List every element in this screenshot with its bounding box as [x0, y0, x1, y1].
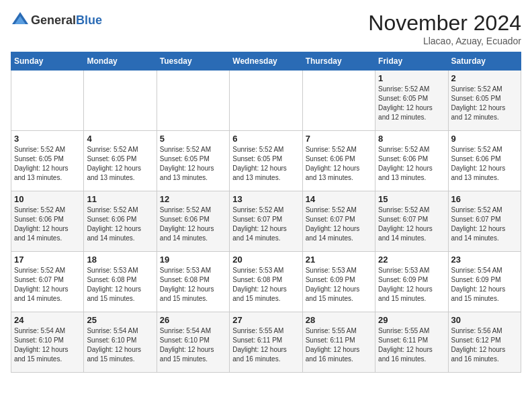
- day-number: 2: [451, 73, 518, 83]
- day-info: Sunrise: 5:52 AM Sunset: 6:06 PM Dayligh…: [306, 145, 372, 183]
- calendar-cell: 13Sunrise: 5:52 AM Sunset: 6:07 PM Dayli…: [230, 191, 302, 252]
- calendar-cell: 11Sunrise: 5:52 AM Sunset: 6:06 PM Dayli…: [84, 191, 157, 252]
- day-info: Sunrise: 5:52 AM Sunset: 6:05 PM Dayligh…: [87, 145, 153, 183]
- logo-blue: Blue: [76, 13, 102, 27]
- calendar-cell: 17Sunrise: 5:52 AM Sunset: 6:07 PM Dayli…: [11, 252, 84, 312]
- day-info: Sunrise: 5:52 AM Sunset: 6:06 PM Dayligh…: [378, 145, 445, 183]
- day-number: 8: [378, 134, 445, 144]
- day-info: Sunrise: 5:52 AM Sunset: 6:07 PM Dayligh…: [378, 205, 445, 243]
- day-info: Sunrise: 5:52 AM Sunset: 6:07 PM Dayligh…: [232, 205, 299, 243]
- calendar-header-row: SundayMondayTuesdayWednesdayThursdayFrid…: [11, 52, 521, 71]
- day-info: Sunrise: 5:54 AM Sunset: 6:10 PM Dayligh…: [87, 326, 153, 364]
- day-number: 7: [306, 134, 372, 144]
- day-number: 28: [306, 315, 372, 325]
- day-info: Sunrise: 5:52 AM Sunset: 6:07 PM Dayligh…: [306, 205, 372, 243]
- calendar-cell: 12Sunrise: 5:52 AM Sunset: 6:06 PM Dayli…: [157, 191, 229, 252]
- calendar-cell: [11, 71, 84, 131]
- day-info: Sunrise: 5:53 AM Sunset: 6:08 PM Dayligh…: [232, 266, 299, 304]
- month-title: November 2024: [368, 11, 521, 36]
- day-number: 29: [378, 315, 445, 325]
- day-info: Sunrise: 5:53 AM Sunset: 6:09 PM Dayligh…: [378, 266, 445, 304]
- calendar-week-2: 3Sunrise: 5:52 AM Sunset: 6:05 PM Daylig…: [11, 131, 521, 191]
- calendar-cell: 6Sunrise: 5:52 AM Sunset: 6:05 PM Daylig…: [230, 131, 302, 191]
- calendar-cell: 30Sunrise: 5:56 AM Sunset: 6:12 PM Dayli…: [448, 312, 521, 373]
- day-info: Sunrise: 5:53 AM Sunset: 6:08 PM Dayligh…: [87, 266, 153, 304]
- calendar-cell: 2Sunrise: 5:52 AM Sunset: 6:05 PM Daylig…: [448, 71, 521, 131]
- calendar-cell: 25Sunrise: 5:54 AM Sunset: 6:10 PM Dayli…: [84, 312, 157, 373]
- day-number: 16: [451, 194, 518, 204]
- day-number: 25: [87, 315, 153, 325]
- day-info: Sunrise: 5:54 AM Sunset: 6:10 PM Dayligh…: [14, 326, 81, 364]
- calendar-cell: 23Sunrise: 5:54 AM Sunset: 6:09 PM Dayli…: [448, 252, 521, 312]
- day-info: Sunrise: 5:52 AM Sunset: 6:06 PM Dayligh…: [14, 205, 81, 243]
- day-number: 4: [87, 134, 153, 144]
- day-number: 26: [160, 315, 226, 325]
- day-number: 19: [160, 255, 226, 265]
- day-number: 22: [378, 255, 445, 265]
- calendar-cell: 19Sunrise: 5:53 AM Sunset: 6:08 PM Dayli…: [157, 252, 229, 312]
- calendar-cell: 20Sunrise: 5:53 AM Sunset: 6:08 PM Dayli…: [230, 252, 302, 312]
- day-info: Sunrise: 5:52 AM Sunset: 6:06 PM Dayligh…: [87, 205, 153, 243]
- day-info: Sunrise: 5:55 AM Sunset: 6:11 PM Dayligh…: [232, 326, 299, 364]
- calendar-cell: 1Sunrise: 5:52 AM Sunset: 6:05 PM Daylig…: [375, 71, 448, 131]
- day-number: 27: [232, 315, 299, 325]
- location: Llacao, Azuay, Ecuador: [368, 36, 521, 46]
- calendar-cell: 18Sunrise: 5:53 AM Sunset: 6:08 PM Dayli…: [84, 252, 157, 312]
- page-header: GeneralBlue November 2024 Llacao, Azuay,…: [11, 11, 521, 46]
- day-number: 15: [378, 194, 445, 204]
- calendar-cell: 9Sunrise: 5:52 AM Sunset: 6:06 PM Daylig…: [448, 131, 521, 191]
- calendar-cell: 22Sunrise: 5:53 AM Sunset: 6:09 PM Dayli…: [375, 252, 448, 312]
- col-header-monday: Monday: [84, 52, 157, 71]
- col-header-tuesday: Tuesday: [157, 52, 229, 71]
- day-info: Sunrise: 5:53 AM Sunset: 6:08 PM Dayligh…: [160, 266, 226, 304]
- col-header-sunday: Sunday: [11, 52, 84, 71]
- day-info: Sunrise: 5:52 AM Sunset: 6:07 PM Dayligh…: [451, 205, 518, 243]
- day-number: 14: [306, 194, 372, 204]
- day-number: 9: [451, 134, 518, 144]
- calendar-cell: 5Sunrise: 5:52 AM Sunset: 6:05 PM Daylig…: [157, 131, 229, 191]
- day-number: 13: [232, 194, 299, 204]
- day-info: Sunrise: 5:53 AM Sunset: 6:09 PM Dayligh…: [306, 266, 372, 304]
- day-info: Sunrise: 5:52 AM Sunset: 6:05 PM Dayligh…: [232, 145, 299, 183]
- day-number: 1: [378, 73, 445, 83]
- calendar-cell: 3Sunrise: 5:52 AM Sunset: 6:05 PM Daylig…: [11, 131, 84, 191]
- calendar-cell: 28Sunrise: 5:55 AM Sunset: 6:11 PM Dayli…: [302, 312, 375, 373]
- day-info: Sunrise: 5:52 AM Sunset: 6:05 PM Dayligh…: [160, 145, 226, 183]
- day-number: 11: [87, 194, 153, 204]
- calendar-cell: 14Sunrise: 5:52 AM Sunset: 6:07 PM Dayli…: [302, 191, 375, 252]
- day-number: 20: [232, 255, 299, 265]
- day-info: Sunrise: 5:52 AM Sunset: 6:05 PM Dayligh…: [14, 145, 81, 183]
- calendar-cell: 15Sunrise: 5:52 AM Sunset: 6:07 PM Dayli…: [375, 191, 448, 252]
- calendar-week-4: 17Sunrise: 5:52 AM Sunset: 6:07 PM Dayli…: [11, 252, 521, 312]
- day-number: 24: [14, 315, 81, 325]
- day-info: Sunrise: 5:54 AM Sunset: 6:10 PM Dayligh…: [160, 326, 226, 364]
- calendar-week-3: 10Sunrise: 5:52 AM Sunset: 6:06 PM Dayli…: [11, 191, 521, 252]
- day-info: Sunrise: 5:52 AM Sunset: 6:05 PM Dayligh…: [378, 85, 445, 122]
- day-number: 18: [87, 255, 153, 265]
- calendar-cell: 24Sunrise: 5:54 AM Sunset: 6:10 PM Dayli…: [11, 312, 84, 373]
- day-number: 30: [451, 315, 518, 325]
- calendar-cell: [230, 71, 302, 131]
- logo-icon: [11, 11, 30, 30]
- calendar-cell: 8Sunrise: 5:52 AM Sunset: 6:06 PM Daylig…: [375, 131, 448, 191]
- col-header-thursday: Thursday: [302, 52, 375, 71]
- day-number: 6: [232, 134, 299, 144]
- day-number: 21: [306, 255, 372, 265]
- logo-general: General: [31, 13, 76, 27]
- calendar-cell: 27Sunrise: 5:55 AM Sunset: 6:11 PM Dayli…: [230, 312, 302, 373]
- calendar-week-1: 1Sunrise: 5:52 AM Sunset: 6:05 PM Daylig…: [11, 71, 521, 131]
- logo: GeneralBlue: [11, 11, 102, 30]
- calendar-cell: 16Sunrise: 5:52 AM Sunset: 6:07 PM Dayli…: [448, 191, 521, 252]
- day-info: Sunrise: 5:55 AM Sunset: 6:11 PM Dayligh…: [378, 326, 445, 364]
- calendar-cell: 29Sunrise: 5:55 AM Sunset: 6:11 PM Dayli…: [375, 312, 448, 373]
- calendar-cell: [157, 71, 229, 131]
- day-info: Sunrise: 5:56 AM Sunset: 6:12 PM Dayligh…: [451, 326, 518, 364]
- calendar-cell: 26Sunrise: 5:54 AM Sunset: 6:10 PM Dayli…: [157, 312, 229, 373]
- calendar-cell: 4Sunrise: 5:52 AM Sunset: 6:05 PM Daylig…: [84, 131, 157, 191]
- calendar-cell: 21Sunrise: 5:53 AM Sunset: 6:09 PM Dayli…: [302, 252, 375, 312]
- calendar-cell: [302, 71, 375, 131]
- day-info: Sunrise: 5:54 AM Sunset: 6:09 PM Dayligh…: [451, 266, 518, 304]
- day-number: 17: [14, 255, 81, 265]
- calendar-week-5: 24Sunrise: 5:54 AM Sunset: 6:10 PM Dayli…: [11, 312, 521, 373]
- day-number: 12: [160, 194, 226, 204]
